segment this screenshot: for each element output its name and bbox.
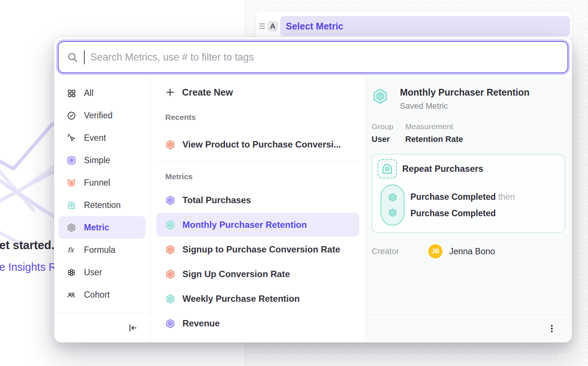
sidebar-item-label: Event: [84, 133, 106, 143]
step-event: Purchase Completed: [410, 192, 496, 202]
metric-item-label: Revenue: [182, 318, 220, 329]
search-bar: [58, 41, 568, 73]
sidebar-item-label: Verified: [84, 111, 113, 121]
create-new-label: Create New: [182, 87, 233, 98]
background-headline: et started.: [0, 239, 54, 252]
more-options-button[interactable]: [545, 322, 559, 335]
sidebar-item-label: Formula: [84, 245, 115, 255]
user-icon: [67, 268, 76, 277]
metric-item-label: Monthly Purchaser Retention: [182, 220, 307, 230]
retention-icon: [67, 201, 76, 210]
metric-list-column: Create New Recents View Product to Purch…: [150, 77, 366, 342]
metric-list-item[interactable]: Revenue: [156, 311, 359, 335]
insights-report-link[interactable]: e Insights Re: [0, 261, 62, 273]
hexagon-icon: [165, 319, 175, 329]
detail-panel: Monthly Purchaser Retention Saved Metric…: [366, 77, 572, 342]
avatar: JB: [428, 244, 442, 258]
metric-list-item[interactable]: Total Purchases: [156, 188, 359, 212]
hexagon-icon: [165, 195, 175, 205]
cohort-icon: [67, 290, 76, 300]
sidebar-item-label: User: [84, 267, 102, 277]
sidebar-item-label: Cohort: [84, 290, 110, 300]
hexagon-icon: [165, 140, 175, 150]
metric-list-item-selected[interactable]: Monthly Purchaser Retention: [156, 213, 359, 237]
metric-item-label: Total Purchases: [182, 195, 251, 205]
sidebar-item-funnel[interactable]: Funnel: [59, 171, 146, 194]
metric-list-item[interactable]: Signup to Purchase Conversion Rate: [156, 238, 359, 261]
sidebar-item-retention[interactable]: Retention: [59, 194, 146, 216]
sidebar-item-verified[interactable]: Verified: [59, 104, 146, 127]
sequence-capsule: [381, 184, 404, 226]
metric-list: Total Purchases Monthly Purchaser Retent…: [156, 188, 359, 335]
detail-properties: Group User Measurement Retention Rate: [372, 122, 566, 144]
sidebar-item-label: Simple: [84, 155, 110, 165]
sidebar-item-user[interactable]: User: [59, 261, 146, 283]
detail-footer: [366, 314, 572, 342]
creator-label: Creator: [372, 246, 428, 256]
detail-title: Monthly Purchaser Retention: [400, 87, 529, 98]
group-value: User: [372, 134, 396, 144]
hexagon-icon: [165, 220, 175, 230]
recent-item-label: View Product to Purchase Conversi...: [182, 139, 341, 150]
definition-icon: [378, 159, 397, 179]
metric-list-item[interactable]: Weekly Purchase Retention: [156, 287, 359, 311]
sidebar-item-label: Funnel: [84, 178, 110, 188]
measurement-label: Measurement: [405, 122, 463, 131]
verified-icon: [67, 111, 76, 120]
metric-item-label: Signup to Purchase Conversion Rate: [182, 244, 340, 255]
metrics-section-title: Metrics: [156, 171, 359, 182]
kebab-icon: [547, 324, 557, 334]
step-hexagon-icon: [388, 192, 398, 202]
creator-row: Creator JB Jenna Bono: [372, 244, 566, 258]
metric-icon: [67, 223, 76, 232]
metric-item-label: Sign Up Conversion Rate: [182, 269, 290, 279]
recent-item[interactable]: View Product to Purchase Conversi...: [156, 133, 359, 156]
metric-picker-modal: All Verified Event: [54, 37, 572, 342]
step-line: Purchase Completed: [410, 208, 515, 218]
recents-section-title: Recents: [156, 112, 359, 123]
metric-list-item[interactable]: Sign Up Conversion Rate: [156, 262, 359, 286]
sidebar-item-simple[interactable]: Simple: [59, 149, 146, 171]
sidebar-item-formula[interactable]: fx Formula: [59, 239, 146, 261]
sidebar-item-event[interactable]: Event: [59, 127, 146, 149]
step-event: Purchase Completed: [410, 208, 496, 218]
sidebar-item-all[interactable]: All: [59, 82, 146, 104]
search-input[interactable]: [90, 52, 559, 63]
grid-icon: [67, 89, 76, 98]
hexagon-icon: [165, 245, 175, 255]
simple-icon: [67, 156, 76, 165]
section-divider: [157, 162, 359, 162]
svg-text:fx: fx: [68, 246, 75, 254]
event-icon: [67, 133, 76, 143]
then-connector: then: [498, 192, 515, 202]
creator-name: Jenna Bono: [449, 246, 495, 257]
step-hexagon-icon: [388, 208, 398, 218]
formula-icon: fx: [67, 245, 76, 255]
select-metric-pill[interactable]: Select Metric: [280, 16, 570, 36]
sidebar-item-label: All: [84, 88, 94, 98]
collapse-sidebar-button[interactable]: [126, 321, 140, 335]
sidebar-item-cohort[interactable]: Cohort: [59, 283, 146, 306]
drag-handle-icon[interactable]: [257, 24, 267, 29]
metric-type-icon: [372, 88, 389, 105]
row-label-badge[interactable]: A: [268, 21, 278, 31]
metric-item-label: Weekly Purchase Retention: [182, 294, 300, 304]
funnel-icon: [67, 178, 76, 187]
detail-subtitle: Saved Metric: [400, 101, 529, 111]
plus-icon: [165, 87, 175, 97]
hexagon-icon: [165, 294, 175, 304]
sidebar-item-label: Retention: [84, 200, 121, 210]
sidebar-footer: [54, 313, 150, 342]
sidebar-item-metric[interactable]: Metric: [59, 216, 146, 239]
category-sidebar: All Verified Event: [54, 77, 150, 342]
create-new-button[interactable]: Create New: [156, 82, 359, 103]
text-cursor: [84, 50, 85, 64]
search-icon: [67, 52, 78, 63]
definition-card: Repeat Purchasers: [372, 154, 565, 233]
select-metric-label: Select Metric: [286, 21, 343, 32]
query-builder-card: A Select Metric: [256, 11, 572, 41]
collapse-left-icon: [128, 323, 138, 333]
group-label: Group: [372, 122, 396, 131]
step-line: Purchase Completed then: [410, 192, 515, 202]
detail-header: Monthly Purchaser Retention Saved Metric: [372, 87, 566, 111]
